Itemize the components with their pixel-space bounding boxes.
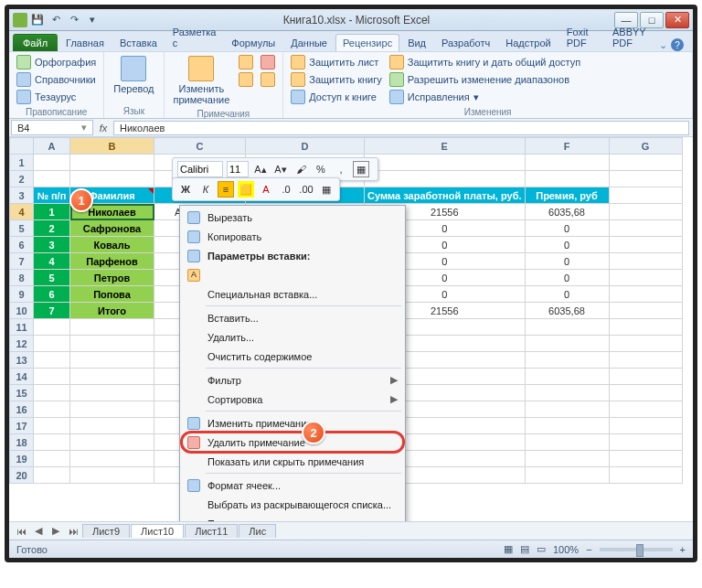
cell-F11[interactable] xyxy=(525,319,609,336)
cell-G5[interactable] xyxy=(609,220,682,237)
cell-B15[interactable] xyxy=(70,385,154,401)
row-header-19[interactable]: 19 xyxy=(10,451,34,467)
sheet-nav-next[interactable]: ▶ xyxy=(48,524,64,539)
cell-E1[interactable] xyxy=(365,155,526,171)
view-layout-icon[interactable]: ▤ xyxy=(520,543,529,555)
col-header-F[interactable]: F xyxy=(525,138,609,155)
view-pagebreak-icon[interactable]: ▭ xyxy=(537,543,546,555)
cell-B19[interactable] xyxy=(70,451,154,467)
ctx-присвоить-имя-[interactable]: Присвоить имя... xyxy=(182,514,403,521)
translate-button[interactable]: Перевод xyxy=(110,54,157,96)
ctx-удалить-[interactable]: Удалить... xyxy=(182,327,403,347)
mini-format-painter[interactable]: 🖌 xyxy=(292,161,309,177)
row-header-14[interactable]: 14 xyxy=(10,369,34,385)
row-header-7[interactable]: 7 xyxy=(10,253,34,270)
cell-B2[interactable] xyxy=(70,171,154,187)
cell-G4[interactable] xyxy=(609,204,682,220)
cell-A17[interactable] xyxy=(34,418,70,434)
cell-A15[interactable] xyxy=(34,385,70,401)
cell-B6[interactable]: Коваль xyxy=(70,237,154,253)
ctx-специальная-вставка-[interactable]: Специальная вставка... xyxy=(182,284,403,304)
thesaurus-button[interactable]: Тезаурус xyxy=(15,89,98,105)
row-header-6[interactable]: 6 xyxy=(10,237,34,253)
cell-A5[interactable]: 2 xyxy=(34,220,70,237)
row-header-4[interactable]: 4 xyxy=(10,204,34,220)
cell-F6[interactable]: 0 xyxy=(525,237,609,253)
close-button[interactable]: ✕ xyxy=(665,12,689,28)
mini-comma[interactable]: , xyxy=(333,161,349,177)
cell-E3[interactable]: Сумма заработной платы, руб. xyxy=(365,187,526,204)
row-header-20[interactable]: 20 xyxy=(10,467,34,484)
cell-B11[interactable] xyxy=(70,319,154,336)
delete-comment[interactable] xyxy=(259,54,277,70)
ctx-параметры-вставки-[interactable]: Параметры вставки: xyxy=(182,246,403,265)
cell-F9[interactable]: 0 xyxy=(525,286,609,303)
ctx-paste-option[interactable]: A xyxy=(182,265,403,284)
cell-B18[interactable] xyxy=(70,434,154,451)
tab-Рецензирс[interactable]: Рецензирс xyxy=(335,34,399,51)
ctx-копировать[interactable]: Копировать xyxy=(182,227,403,246)
cell-A13[interactable] xyxy=(34,352,70,369)
cell-G14[interactable] xyxy=(609,369,682,385)
cell-A19[interactable] xyxy=(34,451,70,467)
mini-shrink-font[interactable]: A▾ xyxy=(272,161,289,177)
cell-F4[interactable]: 6035,68 xyxy=(525,204,609,220)
ctx-очистить-содержимое[interactable]: Очистить содержимое xyxy=(182,347,403,366)
cell-B16[interactable] xyxy=(70,401,154,418)
spreadsheet-grid[interactable]: ABCDEFG123№ п/пФамилияСумма заработной п… xyxy=(9,137,693,521)
ctx-показать-или-скрыть-примечания[interactable]: Показать или скрыть примечания xyxy=(182,452,403,471)
ribbon-minimize-icon[interactable]: ⌄ xyxy=(659,39,667,51)
cell-G17[interactable] xyxy=(609,418,682,434)
sheet-nav-first[interactable]: ⏮ xyxy=(13,524,29,539)
tab-Надстрой[interactable]: Надстрой xyxy=(498,34,558,51)
cell-B7[interactable]: Парфенов xyxy=(70,253,154,270)
mini-toolbar-row2[interactable]: Ж К ≡ 🟨 A .0 .00 ▦ xyxy=(172,177,340,201)
row-header-11[interactable]: 11 xyxy=(10,319,34,336)
cell-B9[interactable]: Попова xyxy=(70,286,154,303)
cell-B14[interactable] xyxy=(70,369,154,385)
cell-G18[interactable] xyxy=(609,434,682,451)
cell-A9[interactable]: 6 xyxy=(34,286,70,303)
cell-G12[interactable] xyxy=(609,336,682,352)
cell-G6[interactable] xyxy=(609,237,682,253)
sheet-tab-Лис[interactable]: Лис xyxy=(239,524,276,538)
row-header-9[interactable]: 9 xyxy=(10,286,34,303)
zoom-out[interactable]: − xyxy=(586,544,591,555)
mini-align[interactable]: ≡ xyxy=(218,181,234,198)
share-workbook[interactable]: Доступ к книге xyxy=(289,89,384,105)
cell-B12[interactable] xyxy=(70,336,154,352)
cell-A20[interactable] xyxy=(34,467,70,484)
row-header-18[interactable]: 18 xyxy=(10,434,34,451)
cell-B13[interactable] xyxy=(70,352,154,369)
mini-decrease-decimal[interactable]: .0 xyxy=(278,181,294,198)
row-header-16[interactable]: 16 xyxy=(10,401,34,418)
cell-G15[interactable] xyxy=(609,385,682,401)
ctx-вырезать[interactable]: Вырезать xyxy=(182,208,403,227)
col-header-G[interactable]: G xyxy=(609,138,682,155)
row-header-1[interactable]: 1 xyxy=(10,155,34,171)
protect-share[interactable]: Защитить книгу и дать общий доступ xyxy=(388,54,582,70)
mini-size[interactable] xyxy=(227,161,249,177)
name-box[interactable]: B4▾ xyxy=(11,120,93,135)
tab-Вставка[interactable]: Вставка xyxy=(112,34,165,51)
qat-dropdown[interactable]: ▾ xyxy=(84,12,101,28)
cell-B17[interactable] xyxy=(70,418,154,434)
next-comment[interactable] xyxy=(237,71,255,88)
ctx-сортировка[interactable]: Сортировка▶ xyxy=(182,390,403,409)
cell-F3[interactable]: Премия, руб xyxy=(525,187,609,204)
mini-bold[interactable]: Ж xyxy=(177,181,194,198)
ctx-формат-ячеек-[interactable]: Формат ячеек... xyxy=(182,476,403,495)
tab-Foxit PDF[interactable]: Foxit PDF xyxy=(559,23,604,51)
ctx-изменить-примечание[interactable]: Изменить примечание xyxy=(182,413,403,433)
cell-F2[interactable] xyxy=(525,171,609,187)
zoom-slider[interactable] xyxy=(600,548,673,551)
tab-file[interactable]: Файл xyxy=(13,34,58,51)
row-header-2[interactable]: 2 xyxy=(10,171,34,187)
track-changes[interactable]: Исправления ▾ xyxy=(388,89,582,105)
fx-icon[interactable]: fx xyxy=(95,123,112,134)
row-header-17[interactable]: 17 xyxy=(10,418,34,434)
cell-F19[interactable] xyxy=(525,451,609,467)
protect-workbook[interactable]: Защитить книгу xyxy=(289,71,384,88)
row-header-10[interactable]: 10 xyxy=(10,303,34,319)
tab-ABBYY PDF[interactable]: ABBYY PDF xyxy=(605,23,658,51)
